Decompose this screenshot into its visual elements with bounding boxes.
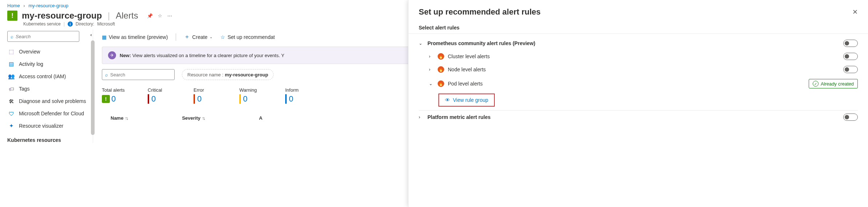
star-icon: ☆ xyxy=(220,34,225,40)
filter-pill-value: my-resource-group xyxy=(225,72,268,77)
banner-text: View alerts visualized on a timeline for… xyxy=(132,53,284,58)
visualizer-icon: ✦ xyxy=(8,123,15,129)
stat-info[interactable]: Inform 0 xyxy=(285,87,314,104)
announce-icon: ✈ xyxy=(108,51,116,59)
column-severity[interactable]: Severity↑↓ xyxy=(182,115,204,121)
breadcrumb-home[interactable]: Home xyxy=(7,3,20,8)
prometheus-icon xyxy=(438,66,444,73)
total-icon xyxy=(102,95,110,103)
breadcrumb-group[interactable]: my-resource-group xyxy=(28,3,68,8)
sidebar-group-kubernetes: Kubernetes resources xyxy=(7,137,93,143)
defender-icon: 🛡 xyxy=(8,111,15,117)
panel-subhead: Select alert rules xyxy=(409,22,868,33)
chevron-right-icon: › xyxy=(429,67,434,72)
toggle-cluster[interactable] xyxy=(843,53,858,60)
sidebar: ⌕ ‹‹ ⬚ Overview ▤ Activity log 👥 Access … xyxy=(0,29,93,143)
filter-pill-label: Resource name : xyxy=(187,72,223,77)
sidebar-item-diagnose[interactable]: 🛠 Diagnose and solve problems xyxy=(7,95,93,107)
page-title: my-resource-group xyxy=(22,11,102,21)
service-type: Kubernetes service xyxy=(23,21,61,27)
directory-value: Microsoft xyxy=(97,21,115,27)
group-pod-alerts[interactable]: ⌄ Pod level alerts ✓ Already created xyxy=(419,76,858,91)
sidebar-item-access-control[interactable]: 👥 Access control (IAM) xyxy=(7,70,93,83)
sidebar-item-label: Overview xyxy=(19,49,40,55)
sidebar-item-defender[interactable]: 🛡 Microsoft Defender for Cloud xyxy=(7,107,93,120)
stat-critical[interactable]: Critical 0 xyxy=(148,87,177,104)
view-rule-group-button[interactable]: 👁 View rule group xyxy=(438,93,495,107)
sidebar-item-label: Access control (IAM) xyxy=(19,73,66,79)
activity-log-icon: ▤ xyxy=(8,61,15,67)
create-button[interactable]: ＋ Create ⌄ xyxy=(184,33,212,41)
stat-total[interactable]: Total alerts 0 xyxy=(102,87,131,104)
diagnose-icon: 🛠 xyxy=(8,98,15,104)
group-prometheus[interactable]: ⌄ Prometheus community alert rules (Prev… xyxy=(419,37,858,50)
overview-icon: ⬚ xyxy=(8,48,15,55)
scrollbar[interactable] xyxy=(91,40,95,143)
main-search[interactable]: ⌕ xyxy=(102,69,175,80)
panel-title: Set up recommended alert rules xyxy=(419,7,541,17)
sidebar-item-overview[interactable]: ⬚ Overview xyxy=(7,45,93,58)
sidebar-search-input[interactable] xyxy=(16,34,77,39)
column-name[interactable]: Name↑↓ xyxy=(111,115,127,121)
chevron-down-icon: ⌄ xyxy=(419,41,424,46)
chevron-right-icon: › xyxy=(419,115,424,120)
breadcrumb-separator: › xyxy=(23,3,25,8)
sidebar-item-label: Resource visualizer xyxy=(19,123,63,129)
main-search-input[interactable] xyxy=(110,72,171,77)
check-icon: ✓ xyxy=(813,81,819,87)
toggle-platform[interactable] xyxy=(843,114,858,121)
group-node-alerts[interactable]: › Node level alerts xyxy=(419,63,858,76)
stat-error[interactable]: Error 0 xyxy=(194,87,223,104)
access-control-icon: 👥 xyxy=(8,73,15,80)
view-timeline-button[interactable]: ▦ View as timeline (preview) xyxy=(102,34,168,40)
close-icon[interactable]: ✕ xyxy=(852,8,858,16)
toggle-node[interactable] xyxy=(843,66,858,73)
sidebar-item-activity-log[interactable]: ▤ Activity log xyxy=(7,58,93,70)
timeline-icon: ▦ xyxy=(102,34,107,40)
sidebar-item-label: Activity log xyxy=(19,61,43,67)
group-cluster-alerts[interactable]: › Cluster level alerts xyxy=(419,50,858,63)
search-icon: ⌕ xyxy=(105,72,108,77)
toggle-prometheus[interactable] xyxy=(843,40,858,47)
sidebar-item-label: Tags xyxy=(19,86,30,92)
favorite-icon[interactable]: ☆ xyxy=(158,13,162,19)
sidebar-item-tags[interactable]: 🏷 Tags xyxy=(7,83,93,95)
group-platform-metric[interactable]: › Platform metric alert rules xyxy=(419,111,858,124)
sidebar-item-resource-visualizer[interactable]: ✦ Resource visualizer xyxy=(7,120,93,132)
filter-pill-resource-name[interactable]: Resource name : my-resource-group xyxy=(182,69,274,80)
prometheus-icon xyxy=(438,80,444,87)
sidebar-search[interactable]: ⌕ xyxy=(7,31,79,42)
eye-icon: 👁 xyxy=(445,97,450,103)
setup-alert-rules-panel: Set up recommended alert rules ✕ Select … xyxy=(408,0,868,207)
info-icon: i xyxy=(68,21,73,27)
title-separator: | xyxy=(108,11,110,21)
already-created-badge: ✓ Already created xyxy=(809,79,858,88)
page-section: Alerts xyxy=(116,11,138,21)
plus-icon: ＋ xyxy=(184,33,190,41)
sidebar-item-label: Diagnose and solve problems xyxy=(19,98,86,104)
directory-label: Directory: xyxy=(76,21,94,27)
column-third[interactable]: A xyxy=(259,115,262,121)
more-icon[interactable]: ⋯ xyxy=(167,13,172,19)
prometheus-icon xyxy=(438,53,444,60)
chevron-right-icon: › xyxy=(429,54,434,59)
pin-icon[interactable]: 📌 xyxy=(147,13,153,19)
banner-bold: New: xyxy=(120,53,131,58)
chevron-down-icon: ⌄ xyxy=(429,81,434,86)
sidebar-item-label: Microsoft Defender for Cloud xyxy=(19,111,84,116)
setup-recommendations-button[interactable]: ☆ Set up recommendat xyxy=(220,34,275,40)
stat-warning[interactable]: Warning 0 xyxy=(239,87,268,104)
search-icon: ⌕ xyxy=(11,34,13,39)
resource-icon xyxy=(7,11,17,21)
chevron-down-icon: ⌄ xyxy=(210,35,212,39)
tags-icon: 🏷 xyxy=(8,86,15,92)
scrollbar-thumb[interactable] xyxy=(91,40,95,135)
